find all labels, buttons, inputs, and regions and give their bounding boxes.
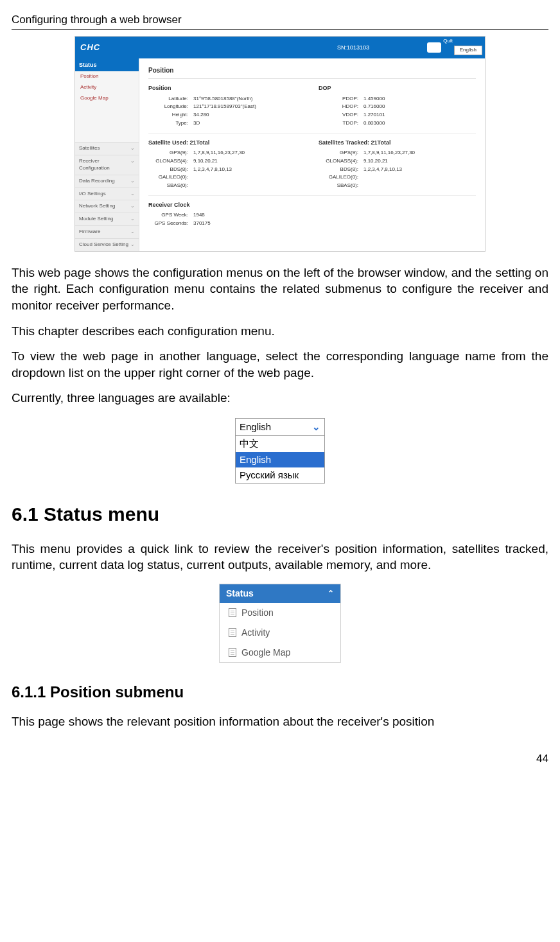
page-header: Configuring through a web browser xyxy=(12,13,548,30)
height-label: Height: xyxy=(148,111,193,119)
language-dropdown-figure: English ⌄ 中文 English Русский язык xyxy=(235,418,325,484)
type-value: 3D xyxy=(193,119,200,128)
body-paragraph-1: This web page shows the configuration me… xyxy=(12,265,548,314)
bds-used-label: BDS(8): xyxy=(148,166,193,174)
sidebar-item-satellites[interactable]: Satellites⌄ xyxy=(75,142,139,155)
sidebar-item-module-setting[interactable]: Module Setting⌄ xyxy=(75,213,139,225)
config-ui-screenshot: CHC SN:1013103 Quit English Status Posit… xyxy=(74,36,486,252)
sidebar-item-cloud-service[interactable]: Cloud Service Setting⌄ xyxy=(75,238,139,251)
sat-tracked-heading: Satellites Tracked: 21Total xyxy=(319,139,476,146)
serial-number-label: SN:1013103 xyxy=(337,44,369,51)
latitude-label: Latitude: xyxy=(148,95,193,103)
language-selected-label: English xyxy=(240,421,271,433)
body-paragraph-2: This chapter describes each configuratio… xyxy=(12,323,548,340)
dop-heading: DOP xyxy=(319,84,476,92)
hdop-label: HDOP: xyxy=(319,103,363,111)
longitude-value: 121°17'18.91589703"(East) xyxy=(193,103,256,111)
device-icon xyxy=(427,42,441,53)
gps-week-value: 1948 xyxy=(193,211,205,220)
galileo-used-label: GALILEO(0): xyxy=(148,173,193,182)
glonass-tracked-value: 9,10,20,21 xyxy=(363,157,388,166)
hdop-value: 0.716000 xyxy=(363,103,385,111)
receiver-clock-block: Receiver Clock GPS Week:1948 GPS Seconds… xyxy=(148,201,306,228)
bds-tracked-value: 1,2,3,4,7,8,10,13 xyxy=(363,166,402,174)
status-item-label: Activity xyxy=(241,627,270,639)
language-option-en[interactable]: English xyxy=(236,452,324,467)
sidebar: Status Position Activity Google Map Sate… xyxy=(75,58,139,251)
position-heading: Position xyxy=(148,84,306,92)
document-icon xyxy=(229,648,236,657)
chevron-down-icon: ⌄ xyxy=(130,241,135,249)
status-item-label: Google Map xyxy=(241,647,290,659)
sat-tracked-block: Satellites Tracked: 21Total GPS(9):1,7,8… xyxy=(319,139,476,190)
sidebar-item-firmware[interactable]: Firmware⌄ xyxy=(75,225,139,238)
gps-tracked-value: 1,7,8,9,11,16,23,27,30 xyxy=(363,149,415,157)
sidebar-item-google-map[interactable]: Google Map xyxy=(75,93,139,104)
status-item-activity[interactable]: Activity xyxy=(220,623,340,643)
sidebar-label: Cloud Service Setting xyxy=(79,241,128,249)
sidebar-label: Receiver Configuration xyxy=(79,158,130,172)
chevron-down-icon: ⌄ xyxy=(130,178,135,185)
vdop-value: 1.270101 xyxy=(363,111,385,119)
gps-week-label: GPS Week: xyxy=(148,211,193,220)
language-dropdown-selected[interactable]: English ⌄ xyxy=(236,419,324,436)
gps-seconds-label: GPS Seconds: xyxy=(148,220,193,228)
status-header-label: Status xyxy=(226,588,254,600)
status-item-label: Position xyxy=(241,607,274,619)
chevron-down-icon: ⌄ xyxy=(130,158,135,172)
ui-header-bar: CHC SN:1013103 Quit English xyxy=(75,37,485,58)
chevron-down-icon: ⌄ xyxy=(130,191,135,198)
sbas-tracked-label: SBAS(0): xyxy=(319,182,363,190)
language-option-zh[interactable]: 中文 xyxy=(236,436,324,451)
status-item-google-map[interactable]: Google Map xyxy=(220,643,340,663)
sat-used-heading: Satellite Used: 21Total xyxy=(148,139,306,146)
sidebar-label: Firmware xyxy=(79,229,100,236)
receiver-clock-heading: Receiver Clock xyxy=(148,201,306,209)
sidebar-item-data-recording[interactable]: Data Recording⌄ xyxy=(75,175,139,188)
status-menu-figure: Status ⌃ Position Activity Google Map xyxy=(219,584,341,663)
language-option-ru[interactable]: Русский язык xyxy=(236,467,324,483)
sidebar-item-network-setting[interactable]: Network Setting⌄ xyxy=(75,200,139,213)
sidebar-status-header[interactable]: Status xyxy=(75,58,139,71)
bds-tracked-label: BDS(8): xyxy=(319,166,363,174)
longitude-label: Longitude: xyxy=(148,103,193,111)
chevron-down-icon: ⌄ xyxy=(130,216,135,223)
sidebar-label: Satellites xyxy=(79,145,100,152)
main-panel: Position Position Latitude:31°9'58.58018… xyxy=(139,58,485,251)
sidebar-item-position[interactable]: Position xyxy=(75,71,139,82)
gps-seconds-value: 370175 xyxy=(193,220,211,228)
brand-logo: CHC xyxy=(80,42,100,53)
latitude-value: 31°9'58.58018588"(North) xyxy=(193,95,253,103)
chevron-down-icon: ⌄ xyxy=(130,203,135,210)
bds-used-value: 1,2,3,4,7,8,10,13 xyxy=(193,166,232,174)
pdop-value: 1.459000 xyxy=(363,95,385,103)
chevron-down-icon: ⌄ xyxy=(130,229,135,236)
language-select[interactable]: English xyxy=(454,46,482,55)
height-value: 34.280 xyxy=(193,111,209,119)
gps-used-label: GPS(9): xyxy=(148,149,193,157)
section-6-1-title: 6.1 Status menu xyxy=(12,502,548,528)
document-icon xyxy=(229,608,236,617)
gps-tracked-label: GPS(9): xyxy=(319,149,363,157)
panel-title: Position xyxy=(148,64,476,80)
sidebar-item-io-settings[interactable]: I/O Settings⌄ xyxy=(75,188,139,200)
tdop-label: TDOP: xyxy=(319,119,363,128)
page-number: 44 xyxy=(12,752,548,767)
glonass-tracked-label: GLONASS(4): xyxy=(319,157,363,166)
gps-used-value: 1,7,8,9,11,16,23,27,30 xyxy=(193,149,245,157)
section-6-1-1-body: This page shows the relevant position in… xyxy=(12,713,548,730)
dop-block: DOP PDOP:1.459000 HDOP:0.716000 VDOP:1.2… xyxy=(319,84,476,127)
sidebar-label: Module Setting xyxy=(79,216,113,223)
sidebar-item-receiver-config[interactable]: Receiver Configuration⌄ xyxy=(75,155,139,175)
pdop-label: PDOP: xyxy=(319,95,363,103)
sidebar-label: I/O Settings xyxy=(79,191,106,198)
type-label: Type: xyxy=(148,119,193,128)
glonass-used-value: 9,10,20,21 xyxy=(193,157,218,166)
status-item-position[interactable]: Position xyxy=(220,603,340,623)
body-paragraph-4: Currently, three languages are available… xyxy=(12,390,548,406)
sidebar-item-activity[interactable]: Activity xyxy=(75,82,139,93)
vdop-label: VDOP: xyxy=(319,111,363,119)
sbas-used-label: SBAS(0): xyxy=(148,182,193,190)
status-menu-header[interactable]: Status ⌃ xyxy=(220,584,340,603)
quit-link[interactable]: Quit xyxy=(443,38,453,45)
